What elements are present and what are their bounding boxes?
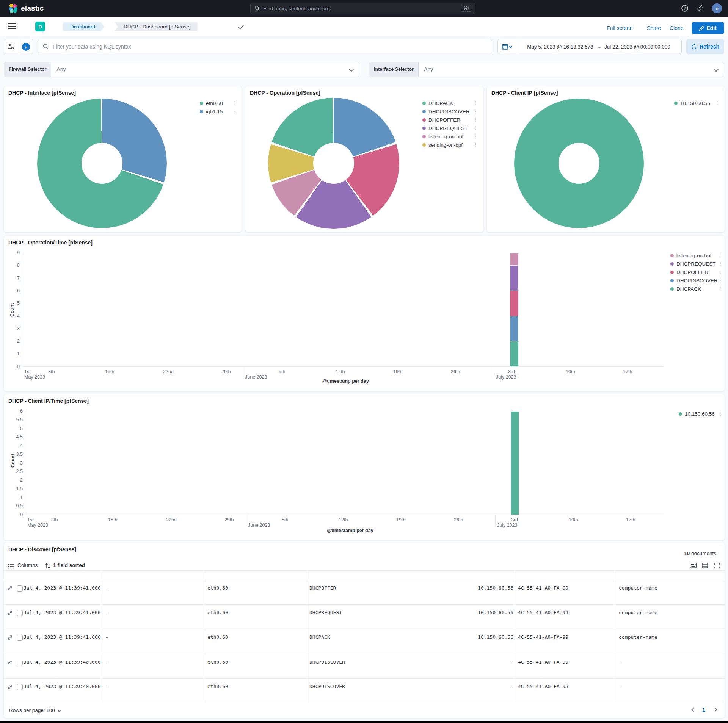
newsfeed-icon[interactable] — [696, 5, 704, 12]
refresh-button[interactable]: Refresh — [686, 39, 724, 54]
share-link[interactable]: Share — [647, 25, 661, 31]
expand-row-icon[interactable] — [8, 684, 13, 689]
chevron-down-icon — [509, 45, 512, 48]
field-sorted-button[interactable]: 1 field sorted — [53, 562, 85, 568]
user-avatar[interactable]: e — [712, 3, 722, 13]
legend-item-DHCPDISCOVER[interactable]: DHCPDISCOVER — [670, 278, 718, 283]
add-filter-menu-button[interactable] — [4, 39, 19, 54]
legend-item-DHCPREQUEST[interactable]: DHCPREQUEST — [670, 261, 716, 267]
legend-actions-icon[interactable]: ⋮ — [718, 279, 723, 282]
date-quick-select-button[interactable] — [498, 39, 516, 54]
breadcrumb-dashboard[interactable]: Dashboard — [63, 22, 104, 31]
interface-selector[interactable]: Interface Selector Any — [369, 62, 724, 77]
legend-actions-icon[interactable]: ⋮ — [232, 101, 237, 105]
help-icon[interactable]: ? — [681, 5, 689, 12]
fullscreen-icon[interactable] — [714, 563, 720, 568]
date-range-display[interactable]: May 5, 2023 @ 16:13:32.678 → Jul 22, 202… — [516, 44, 681, 50]
date-from: May 5, 2023 @ 16:13:32.678 — [527, 44, 593, 50]
legend-actions-icon[interactable]: ⋮ — [718, 412, 723, 416]
chevron-down-icon — [349, 67, 354, 72]
kql-query-input[interactable] — [53, 44, 487, 50]
table-cell: DHCPOFFER — [309, 585, 336, 591]
legend-item-DHCPDISCOVER[interactable]: DHCPDISCOVER — [422, 109, 470, 114]
bar-segment-10.150.60.56[interactable] — [511, 412, 519, 515]
legend-item-listening-on-bpf[interactable]: listening-on-bpf — [670, 253, 711, 258]
date-to: Jul 22, 2023 @ 00:00:00.000 — [604, 44, 670, 50]
legend-actions-icon[interactable]: ⋮ — [473, 101, 478, 105]
saved-check-icon[interactable] — [238, 24, 244, 30]
breadcrumb-current-page: DHCP - Dashboard [pfSense] — [115, 22, 198, 31]
legend-item-DHCPREQUEST[interactable]: DHCPREQUEST — [422, 125, 468, 131]
keyboard-shortcuts-icon[interactable] — [690, 563, 697, 568]
clone-link[interactable]: Clone — [670, 25, 684, 31]
expand-row-icon[interactable] — [8, 660, 13, 665]
columns-button[interactable]: Columns — [17, 562, 38, 568]
previous-page-icon[interactable] — [691, 707, 695, 712]
legend-item-client-ip[interactable]: 10.150.60.56 — [679, 411, 715, 417]
grid-toolbar: Columns 1 field sorted — [4, 561, 725, 571]
rows-per-page-button[interactable]: Rows per page: 100 — [9, 707, 60, 713]
filter-controls-group: + — [4, 39, 33, 54]
svg-text:?: ? — [684, 6, 686, 11]
global-search-input[interactable]: Find apps, content, and more. ⌘/ — [250, 3, 475, 14]
expand-row-icon[interactable] — [8, 635, 13, 640]
legend-actions-icon[interactable]: ⋮ — [232, 110, 237, 113]
next-page-icon[interactable] — [713, 707, 717, 712]
add-filter-button[interactable]: + — [19, 39, 33, 54]
legend-actions-icon[interactable]: ⋮ — [715, 101, 720, 105]
legend-item-listening-on-bpf[interactable]: listening-on-bpf — [422, 134, 463, 139]
dashboard-app-badge[interactable]: D — [35, 22, 45, 31]
legend-item-DHCPOFFER[interactable]: DHCPOFFER — [422, 117, 460, 123]
legend-actions-icon[interactable]: ⋮ — [473, 143, 478, 147]
table-cell: 4C-55-41-A0-FA-99 — [518, 585, 568, 591]
firewall-selector[interactable]: Firewall Selector Any — [4, 62, 359, 77]
x-tick-label: 22nd — [163, 369, 174, 374]
bar-segment-DHCPOFFER[interactable] — [510, 291, 518, 316]
legend-actions-icon[interactable]: ⋮ — [473, 126, 478, 130]
legend-item-DHCPACK[interactable]: DHCPACK — [670, 286, 701, 292]
row-checkbox[interactable] — [17, 635, 23, 641]
legend-item-eth0-60[interactable]: eth0.60 — [200, 100, 223, 106]
sort-icon[interactable] — [46, 563, 50, 569]
legend-item-DHCPACK[interactable]: DHCPACK — [422, 100, 453, 106]
x-month-label: June 2023 — [248, 523, 270, 528]
refresh-icon — [691, 44, 697, 50]
edit-button[interactable]: Edit — [692, 22, 724, 34]
row-checkbox[interactable] — [17, 585, 23, 592]
panel-client-ip-time: DHCP - Client IP/Time [pfSense] Count @t… — [4, 394, 725, 540]
bar-segment-listening-on-bpf[interactable] — [510, 253, 518, 265]
panel-dhcp-interface: DHCP - Interface [pfSense] eth0.60 ⋮ igb… — [4, 86, 242, 232]
legend-actions-icon[interactable]: ⋮ — [473, 135, 478, 138]
legend-item-client-ip[interactable]: 10.150.60.56 — [674, 100, 710, 106]
page-1-button[interactable]: 1 — [702, 707, 705, 713]
x-tick-label: 22nd — [166, 517, 177, 523]
display-options-icon[interactable] — [702, 563, 708, 568]
row-checkbox[interactable] — [17, 610, 23, 616]
table-cell: eth0.60 — [207, 659, 228, 665]
row-checkbox[interactable] — [17, 684, 23, 690]
legend-actions-icon[interactable]: ⋮ — [718, 262, 723, 266]
full-screen-link[interactable]: Full screen — [607, 25, 632, 31]
legend-actions-icon[interactable]: ⋮ — [473, 118, 478, 122]
legend-item-DHCPOFFER[interactable]: DHCPOFFER — [670, 269, 708, 275]
bar-segment-DHCPDISCOVER[interactable] — [510, 316, 518, 341]
table-cell: 10.150.60.56 — [438, 634, 513, 640]
legend-actions-icon[interactable]: ⋮ — [718, 287, 723, 291]
legend-actions-icon[interactable]: ⋮ — [473, 110, 478, 113]
x-tick-label: 12th — [339, 517, 348, 523]
x-axis-title: @timestamp per day — [327, 528, 373, 533]
expand-row-icon[interactable] — [8, 586, 13, 591]
bar-segment-DHCPREQUEST[interactable] — [510, 266, 518, 291]
legend-item-sending-on-bpf[interactable]: sending-on-bpf — [422, 142, 463, 148]
legend-actions-icon[interactable]: ⋮ — [718, 254, 723, 257]
legend-item-igb1-15[interactable]: igb1.15 — [200, 109, 223, 114]
expand-row-icon[interactable] — [8, 610, 13, 615]
legend-actions-icon[interactable]: ⋮ — [718, 270, 723, 274]
row-checkbox[interactable] — [17, 659, 23, 665]
bar-segment-DHCPACK[interactable] — [510, 341, 518, 366]
y-tick-label: 5.5 — [10, 417, 23, 423]
elastic-logo[interactable]: elastic — [8, 3, 44, 13]
x-month-label: May 2023 — [27, 523, 48, 528]
columns-icon[interactable] — [8, 563, 14, 569]
menu-icon[interactable] — [8, 23, 16, 30]
